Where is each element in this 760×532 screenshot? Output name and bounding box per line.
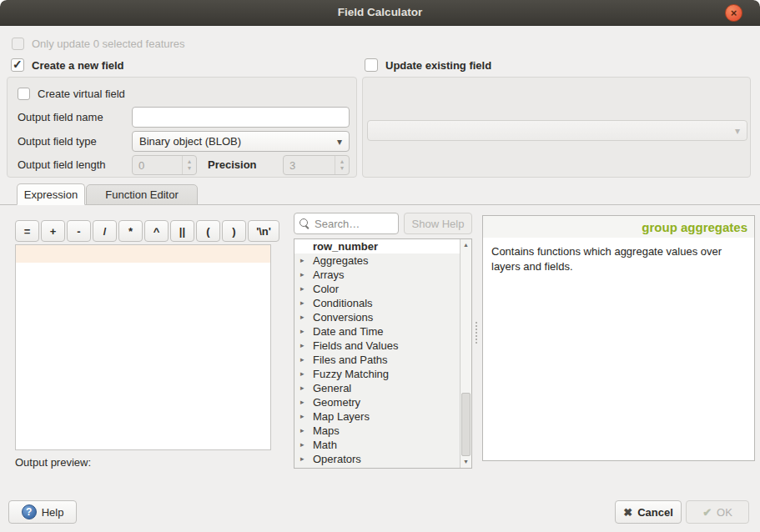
function-tree[interactable]: row_number▸Aggregates▸Arrays▸Color▸Condi… xyxy=(294,238,472,469)
tab-function-editor-label: Function Editor xyxy=(105,188,178,201)
function-group-row[interactable]: ▸Color xyxy=(294,282,460,296)
length-value: 0 xyxy=(133,159,182,172)
close-button[interactable]: × xyxy=(725,4,742,22)
function-tree-scrollbar[interactable]: ▲ ▼ xyxy=(460,239,471,468)
scrollbar-thumb[interactable] xyxy=(461,393,471,456)
ok-check-icon: ✔ xyxy=(702,506,712,519)
precision-spinner: 3 ▴▾ xyxy=(283,155,350,175)
operator-button[interactable]: ) xyxy=(222,220,246,242)
function-search[interactable] xyxy=(294,213,399,234)
operator-button[interactable]: '\n' xyxy=(248,220,279,242)
update-existing-field-checkbox[interactable]: Update existing field xyxy=(365,58,491,72)
checkbox-icon xyxy=(12,38,24,50)
checkbox-unchecked-icon xyxy=(18,88,30,100)
help-panel-body: Contains functions which aggregate value… xyxy=(483,238,754,281)
function-group-row[interactable]: ▸Maps xyxy=(294,424,460,438)
operator-button[interactable]: ^ xyxy=(144,220,169,242)
operator-button[interactable]: || xyxy=(170,220,194,242)
existing-field-select: ▾ xyxy=(367,120,747,141)
cancel-button[interactable]: ✖ Cancel xyxy=(615,500,682,524)
title-bar[interactable]: Field Calculator × xyxy=(0,0,760,26)
function-group-row[interactable]: ▸Math xyxy=(294,438,460,452)
output-field-type-label: Output field type xyxy=(18,135,97,148)
expand-triangle-icon[interactable]: ▸ xyxy=(300,424,305,438)
expand-triangle-icon[interactable]: ▸ xyxy=(300,324,305,339)
function-help-panel: group aggregates Contains functions whic… xyxy=(482,215,755,461)
help-icon: ? xyxy=(22,504,37,519)
function-group-row[interactable]: ▸Aggregates xyxy=(294,253,460,268)
operator-button[interactable]: = xyxy=(15,220,39,242)
chevron-down-icon: ▾ xyxy=(735,125,740,137)
help-panel-header: group aggregates xyxy=(483,216,754,238)
panel-splitter-handle[interactable] xyxy=(476,322,478,344)
expand-triangle-icon[interactable]: ▸ xyxy=(300,296,305,310)
operator-button[interactable]: ( xyxy=(196,220,220,242)
operator-button[interactable]: + xyxy=(41,220,65,242)
function-group-row[interactable]: ▸Fuzzy Matching xyxy=(294,367,460,381)
function-group-row[interactable]: ▸Operators xyxy=(294,452,460,466)
expand-triangle-icon[interactable]: ▸ xyxy=(300,438,305,452)
function-group-row[interactable]: ▸Geometry xyxy=(294,395,460,409)
update-existing-field-label: Update existing field xyxy=(385,59,491,72)
function-group-row[interactable]: ▸Conditionals xyxy=(294,296,460,310)
create-virtual-field-label: Create virtual field xyxy=(38,88,125,100)
ok-button: ✔ OK xyxy=(686,500,749,524)
spinner-arrows-icon: ▴▾ xyxy=(182,156,196,174)
current-line-highlight xyxy=(16,245,270,263)
expand-triangle-icon[interactable]: ▸ xyxy=(300,253,305,268)
create-new-field-label: Create a new field xyxy=(32,59,124,72)
window-title: Field Calculator xyxy=(0,6,760,18)
only-update-label: Only update 0 selected features xyxy=(32,38,185,50)
close-icon: × xyxy=(731,7,737,19)
output-field-name-label: Output field name xyxy=(18,111,103,123)
expand-triangle-icon[interactable]: ▸ xyxy=(300,268,305,282)
operator-button[interactable]: - xyxy=(67,220,91,242)
only-update-checkbox: Only update 0 selected features xyxy=(12,38,185,50)
precision-value: 3 xyxy=(284,159,335,172)
existing-field-group: ▾ xyxy=(362,77,751,178)
operator-button[interactable]: * xyxy=(118,220,143,242)
show-help-button: Show Help xyxy=(404,213,472,234)
tab-function-editor[interactable]: Function Editor xyxy=(86,184,198,205)
output-field-type-select[interactable]: Binary object (BLOB) ▾ xyxy=(132,131,350,152)
help-button-label: Help xyxy=(42,506,64,519)
output-preview-label: Output preview: xyxy=(15,456,91,469)
function-group-row[interactable]: ▸Files and Paths xyxy=(294,353,460,367)
search-input[interactable] xyxy=(315,218,385,230)
precision-label: Precision xyxy=(208,158,257,171)
output-field-length-label: Output field length xyxy=(18,158,106,171)
expression-editor[interactable] xyxy=(15,244,271,450)
selected-type-value: Binary object (BLOB) xyxy=(139,135,241,148)
expand-triangle-icon[interactable]: ▸ xyxy=(300,310,305,324)
function-group-row[interactable]: ▸General xyxy=(294,381,460,395)
expand-triangle-icon[interactable]: ▸ xyxy=(300,339,305,353)
expand-triangle-icon[interactable]: ▸ xyxy=(300,409,305,424)
expand-triangle-icon[interactable]: ▸ xyxy=(300,452,305,466)
scroll-up-icon[interactable]: ▲ xyxy=(461,239,471,251)
scroll-down-icon[interactable]: ▼ xyxy=(461,456,471,468)
ok-button-label: OK xyxy=(717,506,732,519)
field-calculator-dialog: Field Calculator × Only update 0 selecte… xyxy=(0,0,760,532)
function-group-row[interactable]: ▸Arrays xyxy=(294,268,460,282)
help-button[interactable]: ? Help xyxy=(8,500,77,524)
expand-triangle-icon[interactable]: ▸ xyxy=(300,381,305,395)
expand-triangle-icon[interactable]: ▸ xyxy=(300,353,305,367)
function-group-row[interactable]: ▸Conversions xyxy=(294,310,460,324)
output-field-length-spinner: 0 ▴▾ xyxy=(132,155,197,175)
expand-triangle-icon[interactable]: ▸ xyxy=(300,282,305,296)
output-field-name-input[interactable] xyxy=(132,107,350,128)
create-virtual-field-checkbox[interactable]: Create virtual field xyxy=(18,88,125,100)
function-item-selected[interactable]: row_number xyxy=(294,239,460,253)
create-new-field-checkbox[interactable]: Create a new field xyxy=(11,58,124,72)
tab-expression[interactable]: Expression xyxy=(17,183,85,205)
chevron-down-icon: ▾ xyxy=(337,136,342,148)
function-group-row[interactable]: ▸Date and Time xyxy=(294,324,460,339)
expand-triangle-icon[interactable]: ▸ xyxy=(300,367,305,381)
function-group-row[interactable]: ▸Fields and Values xyxy=(294,339,460,353)
function-group-row[interactable]: ▸Map Layers xyxy=(294,409,460,424)
expand-triangle-icon[interactable]: ▸ xyxy=(300,395,305,409)
operator-button[interactable]: / xyxy=(93,220,117,242)
new-field-group: Create virtual field Output field name O… xyxy=(7,77,357,178)
cancel-x-icon: ✖ xyxy=(623,506,632,519)
show-help-label: Show Help xyxy=(412,218,465,230)
